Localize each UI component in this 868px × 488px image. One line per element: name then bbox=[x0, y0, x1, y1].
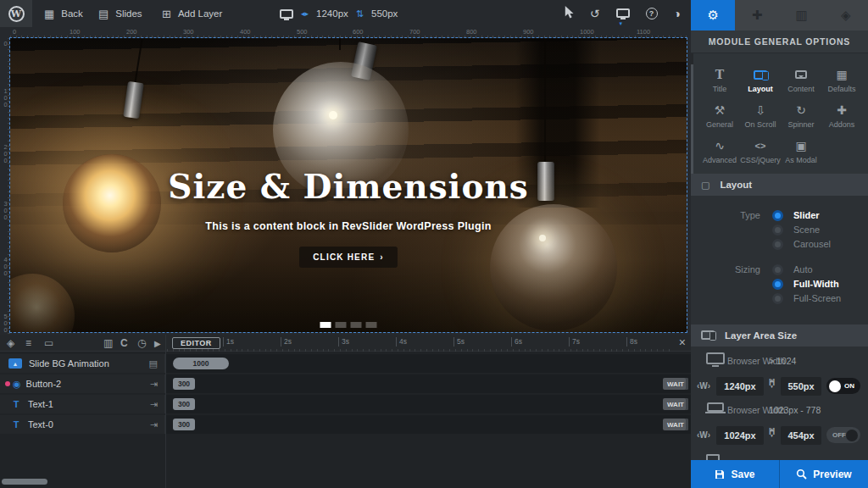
duration-bar[interactable]: 300 bbox=[173, 398, 195, 410]
slide-subtitle[interactable]: This is a content block in RevSlider Wor… bbox=[10, 220, 687, 232]
tab-module-options[interactable]: ⚙ bbox=[691, 0, 735, 30]
sizing-option-auto[interactable]: Auto bbox=[772, 263, 813, 275]
tab-slide-options[interactable]: ▥ bbox=[780, 0, 824, 30]
wait-badge[interactable]: WAIT bbox=[663, 419, 688, 430]
width-input-desktop[interactable]: 1240px bbox=[716, 377, 764, 396]
timeline-row-bg[interactable]: ▲ Slide BG Animation ▤ 1000 bbox=[0, 354, 691, 373]
duration-bar[interactable]: 300 bbox=[173, 419, 195, 430]
add-layer-button[interactable]: ⊞ Add Layer bbox=[162, 0, 222, 27]
bg-media-icon[interactable]: ▤ bbox=[149, 358, 158, 369]
nav-css-jquery[interactable]: <> CSS/jQuery bbox=[740, 134, 781, 164]
height-input-notebook[interactable]: 454px bbox=[781, 426, 821, 445]
wait-badge[interactable]: WAIT bbox=[663, 378, 688, 390]
tab-addons[interactable]: ✚ bbox=[735, 0, 779, 30]
arrow-end-icon[interactable]: ⇥ bbox=[150, 399, 158, 410]
folder-icon[interactable]: ▭ bbox=[44, 335, 53, 352]
pager-dot[interactable] bbox=[320, 322, 331, 328]
nav-as-modal[interactable]: ▣ As Modal bbox=[781, 134, 821, 164]
device-preview-icon[interactable]: ▾ bbox=[616, 7, 630, 20]
sizing-option-full-screen[interactable]: Full-Screen bbox=[772, 292, 841, 304]
pager-dot[interactable] bbox=[336, 322, 347, 328]
nav-title[interactable]: T Title bbox=[699, 63, 740, 93]
slide-title[interactable]: Size & Dimensions bbox=[10, 167, 687, 206]
selection-dot bbox=[5, 381, 10, 386]
horizontal-scrollbar[interactable] bbox=[2, 479, 47, 485]
nav-addons[interactable]: ✚ Addons bbox=[821, 98, 862, 129]
undo-icon[interactable]: ↺ bbox=[590, 7, 600, 20]
nav-advanced[interactable]: ∿ Advanced bbox=[699, 134, 740, 164]
type-option-scene[interactable]: Scene bbox=[772, 224, 820, 236]
module-height-value[interactable]: 550px bbox=[371, 8, 398, 19]
help-icon[interactable]: ? bbox=[646, 8, 658, 19]
nav-spinner[interactable]: ↻ Spinner bbox=[781, 98, 821, 129]
tab-layer-options[interactable]: ◈ bbox=[824, 0, 868, 30]
timeline-row-text0[interactable]: T Text-0 ⇥ 300 WAIT bbox=[0, 415, 691, 434]
save-icon bbox=[715, 469, 725, 480]
module-width-value[interactable]: 1240px bbox=[316, 8, 348, 19]
contrast-icon[interactable]: ◑ bbox=[674, 7, 681, 20]
slides-button[interactable]: ▤ Slides bbox=[98, 0, 142, 27]
arrow-end-icon[interactable]: ⇥ bbox=[150, 419, 158, 430]
layout-section-header[interactable]: ▢ Layout bbox=[691, 174, 868, 196]
close-icon[interactable]: × bbox=[679, 336, 686, 349]
canvas-tools: ↺ ▾ ? ◑ bbox=[563, 0, 681, 27]
wait-badge[interactable]: WAIT bbox=[663, 398, 688, 410]
gear-icon: ⚙ bbox=[707, 8, 718, 23]
film-icon[interactable]: ▥ bbox=[103, 335, 113, 352]
pager-dot[interactable] bbox=[366, 322, 377, 328]
nav-content[interactable]: Content bbox=[781, 63, 821, 93]
stopwatch-icon[interactable]: ◷ bbox=[137, 335, 146, 352]
sizing-label: Sizing bbox=[716, 264, 760, 274]
nav-defaults[interactable]: ▦ Defaults bbox=[821, 63, 862, 93]
pager-dot[interactable] bbox=[351, 322, 362, 328]
timeline-row-button2[interactable]: ◉ Button-2 ⇥ 300 WAIT bbox=[0, 374, 691, 393]
width-input-notebook[interactable]: 1024px bbox=[716, 426, 764, 445]
grid-icon: ▦ bbox=[44, 8, 54, 20]
notebook-icon bbox=[707, 402, 724, 412]
layer-area-section-header[interactable]: Layer Area Size bbox=[691, 324, 868, 347]
arrow-end-icon[interactable]: ⇥ bbox=[150, 379, 158, 390]
button-layer-icon: ◉ bbox=[5, 379, 21, 390]
sizing-option-full-width[interactable]: Full-Width bbox=[772, 278, 839, 290]
module-options-nav: T Title Layout Content ▦ Defaults ⚒ Gene… bbox=[699, 63, 862, 164]
desktop-toggle[interactable]: ON bbox=[826, 378, 860, 394]
radio-icon bbox=[772, 210, 783, 221]
desktop-icon bbox=[706, 352, 725, 364]
timeline-row-text1[interactable]: T Text-1 ⇥ 300 WAIT bbox=[0, 395, 691, 413]
vertical-ruler: 0 100 200 300 400 500 bbox=[0, 38, 10, 335]
back-button[interactable]: ▦ Back bbox=[44, 0, 83, 27]
nav-general[interactable]: ⚒ General bbox=[699, 98, 740, 129]
modal-icon: ▣ bbox=[795, 138, 806, 153]
duration-bar[interactable]: 1000 bbox=[173, 358, 229, 369]
layers-icon[interactable]: ◈ bbox=[7, 335, 14, 352]
save-button[interactable]: Save bbox=[691, 460, 779, 488]
menu-icon[interactable]: ≡ bbox=[25, 335, 31, 352]
duration-bar[interactable]: 300 bbox=[173, 378, 195, 390]
slide-preview[interactable]: Size & Dimensions This is a content bloc… bbox=[10, 38, 687, 332]
caret-down-icon: ▾ bbox=[620, 20, 623, 27]
text-layer-icon: T bbox=[11, 419, 21, 430]
tablet-icon bbox=[706, 454, 720, 460]
nav-layout[interactable]: Layout bbox=[740, 63, 781, 93]
wave-icon: ∿ bbox=[715, 138, 725, 153]
width-field-label: ‹W› bbox=[697, 381, 710, 391]
wrench-icon: ⚒ bbox=[715, 103, 726, 118]
play-icon[interactable]: ▶ bbox=[154, 335, 161, 352]
nav-on-scroll[interactable]: ⇩ On Scroll bbox=[740, 98, 781, 129]
radio-icon bbox=[772, 279, 783, 290]
type-option-slider[interactable]: Slider bbox=[772, 209, 820, 221]
preview-button[interactable]: Preview bbox=[779, 460, 868, 488]
sidebar-tabs: ⚙ ✚ ▥ ◈ bbox=[691, 0, 868, 30]
canvas-area: 0 100 200 300 400 500 600 700 800 900 10… bbox=[0, 27, 691, 335]
height-field-label: H bbox=[769, 378, 775, 388]
pointer-tool-icon[interactable] bbox=[563, 6, 574, 21]
wordpress-button[interactable]: W bbox=[0, 0, 32, 27]
type-option-carousel[interactable]: Carousel bbox=[772, 238, 831, 250]
slide-content: Size & Dimensions This is a content bloc… bbox=[10, 167, 687, 268]
slide-pagination bbox=[320, 322, 377, 328]
click-here-button[interactable]: CLICK HERE › bbox=[299, 247, 398, 268]
notebook-toggle[interactable]: OFF bbox=[826, 427, 860, 443]
magnet-icon[interactable]: C bbox=[120, 335, 128, 352]
height-input-desktop[interactable]: 550px bbox=[781, 377, 821, 396]
layout-icon bbox=[754, 67, 767, 82]
